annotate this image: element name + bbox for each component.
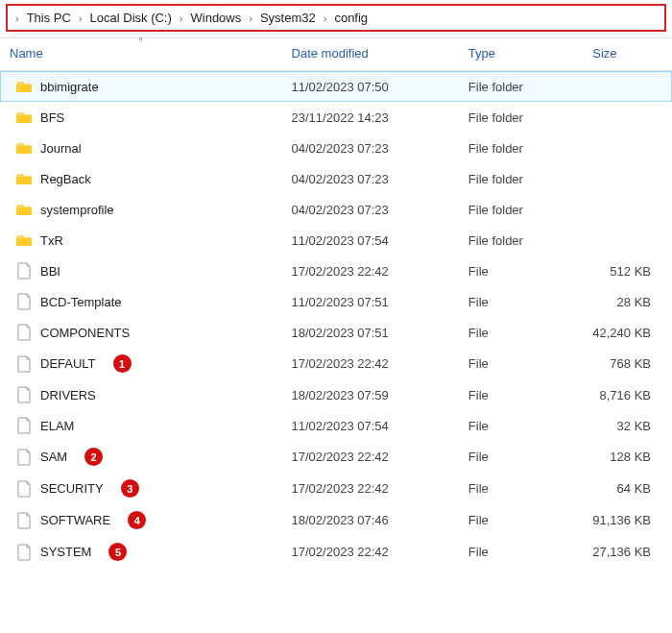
file-type: File	[459, 536, 583, 568]
file-name: DEFAULT	[40, 356, 96, 371]
table-row[interactable]: SOFTWARE418/02/2023 07:46File91,136 KB	[0, 504, 672, 536]
folder-icon	[15, 78, 33, 95]
file-name: bbimigrate	[40, 80, 99, 94]
file-name: ELAM	[40, 419, 74, 433]
table-row[interactable]: DEFAULT117/02/2023 22:42File768 KB	[0, 348, 672, 379]
file-size: 512 KB	[583, 256, 672, 286]
annotation-badge: 3	[121, 479, 139, 498]
file-size: 32 KB	[583, 410, 672, 441]
file-icon	[15, 544, 33, 561]
table-row[interactable]: TxR11/02/2023 07:54File folder	[0, 225, 672, 256]
file-size	[583, 163, 672, 194]
file-date: 17/02/2023 22:42	[282, 256, 459, 286]
file-name: SECURITY	[40, 481, 104, 496]
file-size	[583, 71, 672, 103]
file-date: 11/02/2023 07:51	[282, 286, 459, 317]
breadcrumb-item[interactable]: Windows	[189, 9, 244, 27]
file-icon	[15, 262, 33, 280]
file-icon	[15, 386, 33, 403]
file-name: SYSTEM	[40, 545, 91, 559]
file-date: 17/02/2023 22:42	[282, 441, 459, 473]
file-icon	[15, 480, 33, 498]
table-row[interactable]: RegBack04/02/2023 07:23File folder	[0, 163, 672, 194]
chevron-right-icon: ›	[247, 12, 254, 24]
file-name: Journal	[40, 141, 82, 156]
file-size: 128 KB	[583, 441, 672, 473]
breadcrumb-item[interactable]: config	[332, 9, 370, 27]
file-type: File	[459, 473, 583, 504]
file-type: File	[459, 286, 583, 317]
file-name: BBI	[40, 264, 60, 279]
annotation-badge: 5	[108, 543, 127, 561]
column-header-size-label: Size	[592, 46, 616, 61]
file-list: ˄ Name Date modified Type Size bbimigrat…	[0, 38, 672, 568]
file-size	[583, 194, 672, 225]
file-icon	[15, 355, 33, 373]
file-name: systemprofile	[40, 203, 114, 217]
file-type: File folder	[459, 71, 583, 103]
column-header-date-label: Date modified	[292, 46, 369, 61]
file-date: 18/02/2023 07:51	[282, 317, 459, 348]
file-type: File	[459, 256, 583, 286]
table-row[interactable]: Journal04/02/2023 07:23File folder	[0, 133, 672, 163]
breadcrumb-item[interactable]: System32	[258, 9, 318, 27]
file-date: 17/02/2023 22:42	[282, 536, 459, 568]
sort-indicator-icon: ˄	[138, 37, 143, 47]
file-name: DRIVERS	[40, 388, 96, 402]
chevron-right-icon: ›	[178, 12, 185, 24]
file-icon	[15, 324, 33, 341]
column-header-name[interactable]: ˄ Name	[0, 38, 282, 71]
table-row[interactable]: bbimigrate11/02/2023 07:50File folder	[0, 71, 672, 103]
table-row[interactable]: BCD-Template11/02/2023 07:51File28 KB	[0, 286, 672, 317]
file-type: File	[459, 348, 583, 379]
file-date: 18/02/2023 07:46	[282, 504, 459, 536]
file-date: 23/11/2022 14:23	[282, 102, 459, 133]
breadcrumb[interactable]: ›This PC›Local Disk (C:)›Windows›System3…	[6, 4, 666, 32]
table-row[interactable]: SECURITY317/02/2023 22:42File64 KB	[0, 473, 672, 504]
file-name: TxR	[40, 233, 63, 248]
file-date: 11/02/2023 07:54	[282, 410, 459, 441]
file-date: 17/02/2023 22:42	[282, 348, 459, 379]
folder-icon	[15, 231, 33, 249]
column-header-date[interactable]: Date modified	[282, 38, 459, 71]
folder-icon	[15, 170, 33, 187]
file-date: 04/02/2023 07:23	[282, 133, 459, 163]
file-date: 04/02/2023 07:23	[282, 194, 459, 225]
file-type: File folder	[459, 194, 583, 225]
file-size: 64 KB	[583, 473, 672, 504]
annotation-badge: 1	[113, 354, 132, 373]
file-icon	[15, 417, 33, 434]
file-size: 42,240 KB	[583, 317, 672, 348]
file-date: 17/02/2023 22:42	[282, 473, 459, 504]
file-size: 768 KB	[583, 348, 672, 379]
chevron-right-icon: ›	[77, 12, 84, 24]
file-type: File	[459, 317, 583, 348]
folder-icon	[15, 139, 33, 157]
file-name: COMPONENTS	[40, 326, 130, 340]
file-size	[583, 102, 672, 133]
table-row[interactable]: systemprofile04/02/2023 07:23File folder	[0, 194, 672, 225]
table-row[interactable]: SYSTEM517/02/2023 22:42File27,136 KB	[0, 536, 672, 568]
file-size: 27,136 KB	[583, 536, 672, 568]
table-row[interactable]: DRIVERS18/02/2023 07:59File8,716 KB	[0, 379, 672, 410]
table-row[interactable]: COMPONENTS18/02/2023 07:51File42,240 KB	[0, 317, 672, 348]
folder-icon	[15, 201, 33, 218]
table-row[interactable]: ELAM11/02/2023 07:54File32 KB	[0, 410, 672, 441]
chevron-right-icon: ›	[13, 12, 21, 24]
table-row[interactable]: SAM217/02/2023 22:42File128 KB	[0, 441, 672, 473]
file-type: File	[459, 441, 583, 473]
file-date: 04/02/2023 07:23	[282, 163, 459, 194]
breadcrumb-item[interactable]: Local Disk (C:)	[88, 9, 174, 27]
file-size: 91,136 KB	[583, 504, 672, 536]
file-icon	[15, 512, 33, 529]
file-size	[583, 133, 672, 163]
table-row[interactable]: BFS23/11/2022 14:23File folder	[0, 102, 672, 133]
file-type: File folder	[459, 102, 583, 133]
column-header-type[interactable]: Type	[459, 38, 583, 71]
chevron-right-icon: ›	[322, 12, 329, 24]
file-date: 11/02/2023 07:50	[282, 71, 459, 103]
file-icon	[15, 449, 33, 466]
column-header-size[interactable]: Size	[583, 38, 672, 71]
breadcrumb-item[interactable]: This PC	[25, 9, 73, 27]
table-row[interactable]: BBI17/02/2023 22:42File512 KB	[0, 256, 672, 286]
